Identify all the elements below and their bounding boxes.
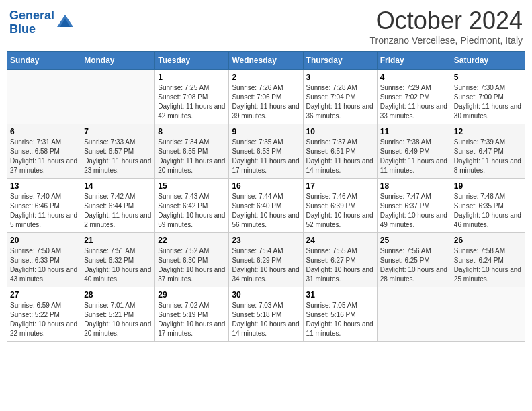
- day-detail: Sunrise: 7:44 AMSunset: 6:40 PMDaylight:…: [232, 193, 299, 228]
- day-header-sunday: Sunday: [7, 52, 81, 70]
- calendar-cell: 23 Sunrise: 7:54 AMSunset: 6:29 PMDaylig…: [229, 233, 303, 287]
- calendar-cell: 12 Sunrise: 7:39 AMSunset: 6:47 PMDaylig…: [451, 124, 525, 179]
- calendar-week-row: 27 Sunrise: 6:59 AMSunset: 5:22 PMDaylig…: [7, 287, 525, 342]
- day-number: 3: [306, 73, 374, 82]
- day-number: 22: [158, 236, 226, 245]
- day-detail: Sunrise: 7:48 AMSunset: 6:35 PMDaylight:…: [454, 193, 521, 228]
- day-number: 25: [380, 236, 448, 245]
- day-detail: Sunrise: 7:34 AMSunset: 6:55 PMDaylight:…: [158, 138, 225, 174]
- calendar-week-row: 6 Sunrise: 7:31 AMSunset: 6:58 PMDayligh…: [7, 124, 525, 179]
- calendar-header-row: SundayMondayTuesdayWednesdayThursdayFrid…: [7, 52, 525, 70]
- calendar-cell: [377, 287, 451, 342]
- day-number: 10: [306, 127, 374, 136]
- calendar-cell: 7 Sunrise: 7:33 AMSunset: 6:57 PMDayligh…: [81, 124, 155, 179]
- day-number: 12: [454, 127, 522, 136]
- day-header-friday: Friday: [377, 52, 451, 70]
- calendar-cell: 20 Sunrise: 7:50 AMSunset: 6:33 PMDaylig…: [7, 233, 81, 287]
- day-number: 6: [10, 127, 78, 136]
- day-header-tuesday: Tuesday: [155, 52, 229, 70]
- calendar-cell: 29 Sunrise: 7:02 AMSunset: 5:19 PMDaylig…: [155, 287, 229, 342]
- calendar-cell: [451, 287, 525, 342]
- day-detail: Sunrise: 7:35 AMSunset: 6:53 PMDaylight:…: [232, 138, 299, 174]
- day-detail: Sunrise: 7:43 AMSunset: 6:42 PMDaylight:…: [158, 193, 225, 228]
- calendar-cell: 16 Sunrise: 7:44 AMSunset: 6:40 PMDaylig…: [229, 179, 303, 233]
- calendar-cell: 27 Sunrise: 6:59 AMSunset: 5:22 PMDaylig…: [7, 287, 81, 342]
- day-detail: Sunrise: 7:50 AMSunset: 6:33 PMDaylight:…: [10, 247, 77, 283]
- calendar-cell: [7, 70, 81, 124]
- logo: General Blue: [9, 9, 75, 36]
- day-detail: Sunrise: 7:26 AMSunset: 7:06 PMDaylight:…: [232, 84, 299, 120]
- day-number: 1: [158, 73, 226, 82]
- calendar-cell: 17 Sunrise: 7:46 AMSunset: 6:39 PMDaylig…: [303, 179, 377, 233]
- day-detail: Sunrise: 7:51 AMSunset: 6:32 PMDaylight:…: [84, 247, 151, 283]
- day-number: 24: [306, 236, 374, 245]
- calendar-week-row: 1 Sunrise: 7:25 AMSunset: 7:08 PMDayligh…: [7, 70, 525, 124]
- calendar-cell: 4 Sunrise: 7:29 AMSunset: 7:02 PMDayligh…: [377, 70, 451, 124]
- day-number: 23: [232, 236, 300, 245]
- calendar-cell: 28 Sunrise: 7:01 AMSunset: 5:21 PMDaylig…: [81, 287, 155, 342]
- day-number: 18: [380, 181, 448, 191]
- day-header-thursday: Thursday: [303, 52, 377, 70]
- calendar-cell: 21 Sunrise: 7:51 AMSunset: 6:32 PMDaylig…: [81, 233, 155, 287]
- calendar-table: SundayMondayTuesdayWednesdayThursdayFrid…: [7, 51, 525, 342]
- calendar-week-row: 13 Sunrise: 7:40 AMSunset: 6:46 PMDaylig…: [7, 179, 525, 233]
- day-number: 4: [380, 73, 448, 82]
- day-number: 26: [454, 236, 522, 245]
- day-detail: Sunrise: 7:56 AMSunset: 6:25 PMDaylight:…: [380, 247, 447, 283]
- day-detail: Sunrise: 7:02 AMSunset: 5:19 PMDaylight:…: [158, 302, 225, 337]
- day-number: 13: [10, 181, 78, 191]
- logo-icon: [56, 13, 75, 32]
- day-number: 14: [84, 181, 152, 191]
- day-detail: Sunrise: 6:59 AMSunset: 5:22 PMDaylight:…: [10, 302, 77, 337]
- day-header-wednesday: Wednesday: [229, 52, 303, 70]
- day-detail: Sunrise: 7:25 AMSunset: 7:08 PMDaylight:…: [158, 84, 225, 120]
- day-header-saturday: Saturday: [451, 52, 525, 70]
- day-number: 7: [84, 127, 152, 136]
- calendar-cell: [81, 70, 155, 124]
- day-detail: Sunrise: 7:03 AMSunset: 5:18 PMDaylight:…: [232, 302, 299, 337]
- day-number: 27: [10, 290, 78, 300]
- day-detail: Sunrise: 7:30 AMSunset: 7:00 PMDaylight:…: [454, 84, 521, 120]
- day-number: 29: [158, 290, 226, 300]
- day-header-monday: Monday: [81, 52, 155, 70]
- day-number: 5: [454, 73, 522, 82]
- day-number: 17: [306, 181, 374, 191]
- day-detail: Sunrise: 7:58 AMSunset: 6:24 PMDaylight:…: [454, 247, 521, 283]
- logo-text: General Blue: [9, 9, 54, 36]
- title-section: October 2024 Tronzano Vercellese, Piedmo…: [370, 7, 523, 46]
- day-detail: Sunrise: 7:33 AMSunset: 6:57 PMDaylight:…: [84, 138, 151, 174]
- day-number: 2: [232, 73, 300, 82]
- calendar-cell: 14 Sunrise: 7:42 AMSunset: 6:44 PMDaylig…: [81, 179, 155, 233]
- day-detail: Sunrise: 7:40 AMSunset: 6:46 PMDaylight:…: [10, 193, 77, 228]
- calendar-cell: 3 Sunrise: 7:28 AMSunset: 7:04 PMDayligh…: [303, 70, 377, 124]
- day-number: 15: [158, 181, 226, 191]
- calendar-cell: 2 Sunrise: 7:26 AMSunset: 7:06 PMDayligh…: [229, 70, 303, 124]
- day-detail: Sunrise: 7:47 AMSunset: 6:37 PMDaylight:…: [380, 193, 447, 228]
- calendar-cell: 22 Sunrise: 7:52 AMSunset: 6:30 PMDaylig…: [155, 233, 229, 287]
- day-number: 20: [10, 236, 78, 245]
- day-detail: Sunrise: 7:29 AMSunset: 7:02 PMDaylight:…: [380, 84, 447, 120]
- day-number: 21: [84, 236, 152, 245]
- day-number: 28: [84, 290, 152, 300]
- calendar-cell: 30 Sunrise: 7:03 AMSunset: 5:18 PMDaylig…: [229, 287, 303, 342]
- day-number: 11: [380, 127, 448, 136]
- day-detail: Sunrise: 7:46 AMSunset: 6:39 PMDaylight:…: [306, 193, 373, 228]
- calendar-cell: 25 Sunrise: 7:56 AMSunset: 6:25 PMDaylig…: [377, 233, 451, 287]
- day-number: 16: [232, 181, 300, 191]
- location-subtitle: Tronzano Vercellese, Piedmont, Italy: [370, 35, 523, 46]
- page-header: General Blue October 2024 Tronzano Verce…: [7, 7, 525, 46]
- calendar-cell: 15 Sunrise: 7:43 AMSunset: 6:42 PMDaylig…: [155, 179, 229, 233]
- day-detail: Sunrise: 7:42 AMSunset: 6:44 PMDaylight:…: [84, 193, 151, 228]
- calendar-cell: 5 Sunrise: 7:30 AMSunset: 7:00 PMDayligh…: [451, 70, 525, 124]
- calendar-cell: 6 Sunrise: 7:31 AMSunset: 6:58 PMDayligh…: [7, 124, 81, 179]
- day-detail: Sunrise: 7:55 AMSunset: 6:27 PMDaylight:…: [306, 247, 373, 283]
- day-detail: Sunrise: 7:01 AMSunset: 5:21 PMDaylight:…: [84, 302, 151, 337]
- day-detail: Sunrise: 7:37 AMSunset: 6:51 PMDaylight:…: [306, 138, 373, 174]
- calendar-cell: 26 Sunrise: 7:58 AMSunset: 6:24 PMDaylig…: [451, 233, 525, 287]
- calendar-cell: 11 Sunrise: 7:38 AMSunset: 6:49 PMDaylig…: [377, 124, 451, 179]
- calendar-cell: 9 Sunrise: 7:35 AMSunset: 6:53 PMDayligh…: [229, 124, 303, 179]
- calendar-cell: 19 Sunrise: 7:48 AMSunset: 6:35 PMDaylig…: [451, 179, 525, 233]
- day-number: 8: [158, 127, 226, 136]
- day-detail: Sunrise: 7:31 AMSunset: 6:58 PMDaylight:…: [10, 138, 77, 174]
- calendar-week-row: 20 Sunrise: 7:50 AMSunset: 6:33 PMDaylig…: [7, 233, 525, 287]
